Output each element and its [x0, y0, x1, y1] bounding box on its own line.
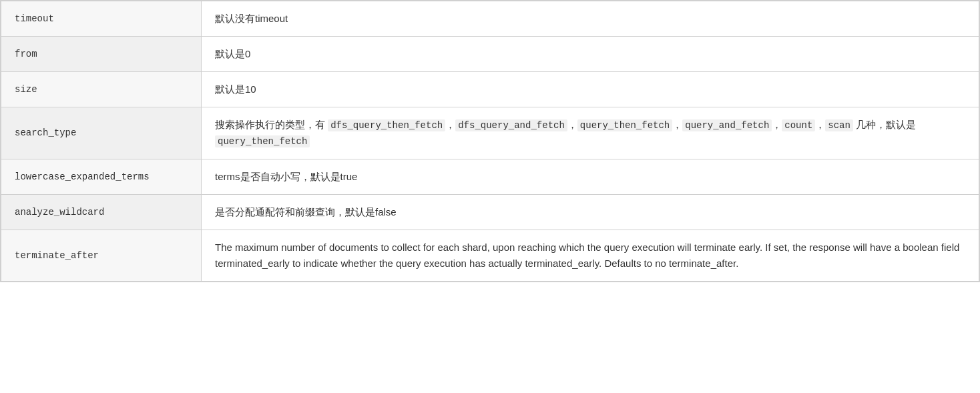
param-description: 默认没有timeout [202, 1, 979, 37]
param-name: timeout [1, 1, 202, 37]
param-description: terms是否自动小写，默认是true [202, 159, 979, 194]
table-row: from默认是0 [1, 37, 979, 72]
table-row: lowercase_expanded_termsterms是否自动小写，默认是t… [1, 159, 979, 194]
param-name: from [1, 37, 202, 72]
table-row: timeout默认没有timeout [1, 1, 979, 37]
table-row: terminate_afterThe maximum number of doc… [1, 230, 979, 281]
table-row: analyze_wildcard是否分配通配符和前缀查询，默认是false [1, 194, 979, 230]
param-name: lowercase_expanded_terms [1, 159, 202, 194]
param-description: 是否分配通配符和前缀查询，默认是false [202, 194, 979, 230]
params-table: timeout默认没有timeoutfrom默认是0size默认是10searc… [0, 0, 980, 282]
param-name: analyze_wildcard [1, 194, 202, 230]
param-description: 搜索操作执行的类型，有 dfs_query_then_fetch，dfs_que… [202, 107, 979, 159]
table-row: search_type搜索操作执行的类型，有 dfs_query_then_fe… [1, 107, 979, 159]
param-name: search_type [1, 107, 202, 159]
param-name: size [1, 72, 202, 107]
param-description: 默认是10 [202, 72, 979, 107]
param-description: 默认是0 [202, 37, 979, 72]
table-row: size默认是10 [1, 72, 979, 107]
param-name: terminate_after [1, 230, 202, 281]
param-description: The maximum number of documents to colle… [202, 230, 979, 281]
